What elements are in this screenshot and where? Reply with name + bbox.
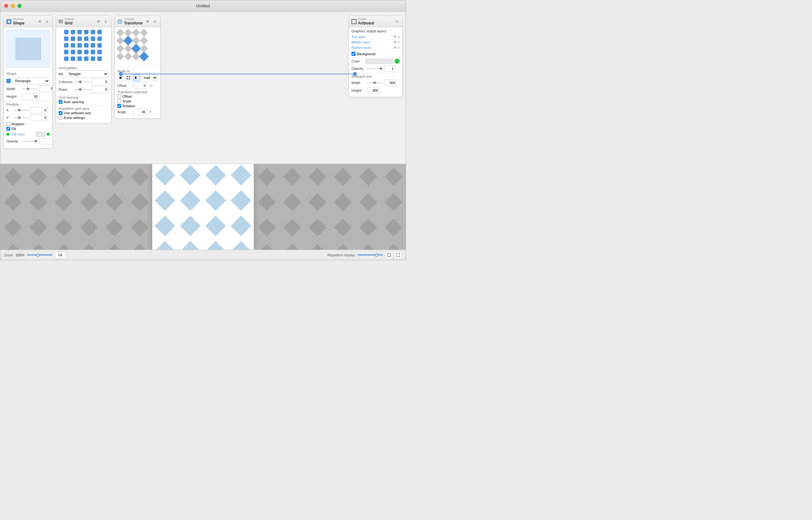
bottom-layer-controls: 👁 ≡ [393, 46, 400, 50]
grid-menu-button[interactable]: ≡ [103, 19, 108, 24]
top-layer-name[interactable]: Top layer [351, 35, 366, 39]
grid-pattern-select[interactable]: Straight [66, 71, 108, 77]
apply-btn-half[interactable] [133, 74, 140, 81]
artboard-opacity-input[interactable] [384, 66, 395, 72]
grid-eye-button[interactable]: 👁 [96, 19, 102, 24]
artboard-title: Artboard [358, 21, 374, 25]
offset-input[interactable] [133, 82, 147, 89]
color-preview[interactable] [366, 59, 393, 64]
apply-btn-grid[interactable] [125, 74, 132, 81]
grid-pattern-row: Straight [59, 71, 108, 77]
canvas-area[interactable] [0, 164, 406, 250]
opacity-input[interactable] [39, 138, 53, 145]
transform-menu-button[interactable]: ≡ [152, 19, 158, 24]
use-artboard-row: Use artboard size [59, 111, 108, 115]
fill-checkbox[interactable] [6, 127, 10, 131]
angle-stepper[interactable] [148, 109, 154, 114]
top-layer-eye[interactable]: 👁 [393, 35, 397, 39]
zoom-slider[interactable] [27, 255, 52, 255]
x-slider[interactable] [13, 110, 29, 111]
fill-add-btn[interactable] [47, 133, 50, 136]
maximize-button[interactable] [18, 4, 22, 8]
artboard-opacity-slider[interactable] [367, 68, 383, 69]
extra-settings-checkbox[interactable] [59, 116, 62, 120]
output-layers-title: Graphics output layers [351, 29, 400, 33]
shape-select-row: Rectangle [6, 77, 50, 84]
svg-rect-17 [387, 254, 391, 257]
shape-type-select[interactable]: Rectangle [12, 77, 50, 84]
artboard-opacity-label: Opacity [351, 67, 366, 71]
x-input[interactable] [30, 107, 48, 113]
transform-eye-button[interactable]: 👁 [145, 19, 151, 24]
artboard-opacity-thumb [380, 67, 382, 70]
opacity-thumb [34, 140, 37, 142]
grid-title-group: Repeat Grid [65, 18, 74, 25]
middle-layer-menu[interactable]: ≡ [398, 40, 400, 44]
middle-layer-name[interactable]: Middle layer [351, 40, 370, 44]
view-btn-expand[interactable] [394, 251, 402, 259]
rep-display-slider[interactable] [357, 255, 383, 255]
opacity-slider[interactable] [22, 141, 38, 142]
use-artboard-checkbox[interactable] [59, 111, 62, 115]
artboard-menu-btn[interactable]: ≡ [394, 19, 400, 24]
artboard-title-group: Output Artboard [358, 18, 374, 25]
y-label: Y [6, 116, 12, 120]
element-menu-button[interactable]: ≡ [44, 19, 50, 24]
bottom-layer-menu[interactable]: ≡ [398, 46, 400, 50]
apply-to-select[interactable]: Half [141, 74, 158, 81]
height-input[interactable] [22, 93, 39, 100]
artboard-width-slider[interactable] [367, 82, 383, 83]
artboard-svg [152, 164, 254, 250]
scale-check-label: Scale [123, 99, 131, 103]
columns-row: Columns [59, 79, 108, 85]
offset-check-row: Offset [117, 95, 158, 98]
x-label: X [6, 108, 12, 112]
fit-button[interactable]: Fit [55, 252, 66, 259]
apply-to-buttons-row: Half [117, 74, 158, 81]
color-add-btn[interactable] [395, 59, 400, 64]
angle-input[interactable] [133, 109, 147, 115]
close-button[interactable] [4, 4, 8, 8]
transform-icon [117, 19, 123, 24]
rows-slider[interactable] [74, 89, 90, 90]
width-input[interactable] [39, 86, 53, 92]
titlebar: Untitled [0, 0, 406, 12]
element-eye-button[interactable]: 👁 [37, 19, 43, 24]
columns-slider[interactable] [74, 81, 90, 82]
element-title-group: Element Shape [13, 18, 24, 25]
rotation-checkbox[interactable] [6, 122, 10, 126]
top-layer-menu[interactable]: ≡ [398, 35, 400, 39]
bottom-layer-name[interactable]: Bottom layer [351, 46, 371, 50]
y-slider[interactable] [13, 118, 29, 118]
offset-stepper[interactable] [148, 83, 154, 88]
element-subtitle: Element [13, 18, 24, 21]
minimize-button[interactable] [11, 4, 15, 8]
bottom-layer-eye[interactable]: 👁 [393, 46, 397, 50]
artboard-panel: Output Artboard ≡ Graphics output layers… [349, 16, 403, 97]
auto-spacing-checkbox[interactable] [59, 100, 62, 104]
artboard-height-input[interactable] [367, 87, 380, 94]
offset-checkbox[interactable] [117, 95, 121, 98]
rotation-row: Rotation [6, 122, 50, 126]
rotation-check-row: Rotation [117, 104, 158, 108]
view-btn-single[interactable] [385, 251, 393, 259]
color-row: Color [351, 57, 400, 66]
element-panel-body: Shape Rectangle Width [4, 27, 52, 148]
rows-input[interactable] [91, 86, 109, 93]
background-checkbox[interactable] [351, 52, 356, 56]
rotation-checkbox-transform[interactable] [117, 104, 121, 108]
main-content: Element Shape 👁 ≡ Shape [0, 12, 406, 260]
traffic-lights [4, 4, 22, 8]
width-slider[interactable] [22, 88, 38, 89]
y-input[interactable] [30, 114, 48, 121]
columns-input[interactable] [91, 79, 109, 85]
offset-label: Offset [117, 84, 132, 87]
fill-color-swatch[interactable] [36, 132, 45, 137]
artboard-width-input[interactable] [384, 80, 397, 86]
grid-settings: Grid pattern [56, 66, 111, 123]
scale-checkbox[interactable] [117, 99, 121, 103]
height-label: Height [6, 95, 21, 98]
svg-point-0 [8, 20, 10, 23]
middle-layer-eye[interactable]: 👁 [393, 40, 397, 44]
scale-check-row: Scale [117, 99, 158, 103]
